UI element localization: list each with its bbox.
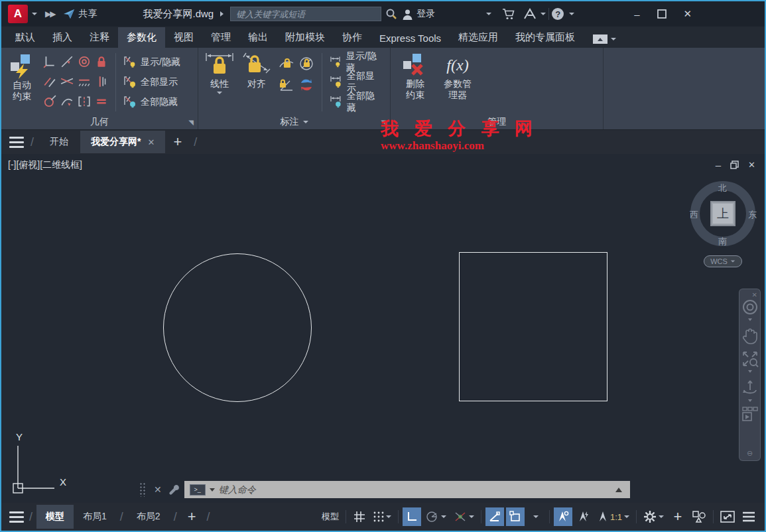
search-icon[interactable] xyxy=(385,8,397,20)
navbar-caret-icon[interactable] xyxy=(748,399,752,402)
grid-toggle-button[interactable] xyxy=(350,507,369,526)
viewcube-north[interactable]: 北 xyxy=(718,182,727,194)
annotation-scale-button[interactable]: 1:1 xyxy=(595,507,632,526)
tab-output[interactable]: 输出 xyxy=(239,27,277,48)
tab-view[interactable]: 视图 xyxy=(165,27,202,48)
layout-tab-layout1[interactable]: 布局1 xyxy=(74,505,116,529)
clean-screen-button[interactable] xyxy=(718,507,737,526)
command-expand-icon[interactable] xyxy=(615,488,622,492)
command-input-area[interactable]: >_ xyxy=(184,481,630,498)
viewcube-west[interactable]: 西 xyxy=(690,209,698,221)
navbar-caret-icon[interactable] xyxy=(748,318,752,321)
tab-default[interactable]: 默认 xyxy=(7,27,44,48)
concentric-constraint-icon[interactable] xyxy=(78,55,91,68)
wcs-dropdown[interactable]: WCS xyxy=(704,255,742,267)
ribbon-collapse-button[interactable] xyxy=(593,34,616,44)
customization-button[interactable] xyxy=(739,507,758,526)
convert-dim-icon[interactable] xyxy=(298,78,314,92)
diameter-dim-constraint-icon[interactable] xyxy=(298,56,314,71)
minimize-button[interactable]: – xyxy=(634,9,639,20)
isolate-objects-button[interactable] xyxy=(689,507,709,526)
drawing-close-button[interactable]: ✕ xyxy=(748,160,755,170)
radius-dim-constraint-icon[interactable] xyxy=(279,56,294,71)
dimension-show-hide-button[interactable]: 显示/隐藏 xyxy=(328,53,386,71)
geometry-dialog-launcher-icon[interactable]: ◥ xyxy=(188,119,194,126)
perpendicular-constraint-icon[interactable] xyxy=(43,55,56,68)
new-layout-button[interactable]: + xyxy=(181,508,203,525)
tab-manage[interactable]: 管理 xyxy=(202,27,239,48)
zoom-extents-icon[interactable] xyxy=(741,350,759,367)
autodesk-caret-icon[interactable] xyxy=(541,13,546,15)
geometry-show-all-button[interactable]: 全部显示 xyxy=(121,73,183,91)
horizontal-constraint-icon[interactable] xyxy=(78,75,91,88)
parameter-manager-button[interactable]: f(x) 参数管理器 xyxy=(438,50,477,114)
file-tab-start[interactable]: 开始 xyxy=(39,131,79,153)
tab-parametric[interactable]: 参数化 xyxy=(118,27,165,48)
navigation-wheel-icon[interactable] xyxy=(741,299,759,316)
login-caret-icon[interactable] xyxy=(486,13,491,15)
parallel-constraint-icon[interactable] xyxy=(43,75,56,88)
viewcube-east[interactable]: 东 xyxy=(748,209,757,221)
customize-wrench-icon[interactable] xyxy=(168,484,180,496)
navbar-caret-icon[interactable] xyxy=(748,370,752,373)
tab-express-tools[interactable]: Express Tools xyxy=(371,29,450,48)
tab-featured-apps[interactable]: 精选应用 xyxy=(450,27,507,48)
close-button[interactable]: ✕ xyxy=(684,8,692,20)
ortho-toggle-button[interactable] xyxy=(403,507,421,526)
settings-button[interactable] xyxy=(641,507,667,526)
symmetric-constraint-icon[interactable] xyxy=(78,95,91,108)
annotation-visibility-button[interactable] xyxy=(554,507,572,526)
share-button[interactable]: 共享 xyxy=(58,5,101,23)
command-close-icon[interactable]: ✕ xyxy=(150,484,166,495)
ucs-icon[interactable]: Y X xyxy=(7,430,81,496)
file-tab-close-icon[interactable]: ✕ xyxy=(147,137,155,147)
delete-constraint-button[interactable]: 删除约束 xyxy=(399,50,432,114)
polar-tracking-button[interactable] xyxy=(423,507,449,526)
autoscale-button[interactable] xyxy=(574,507,593,526)
smooth-constraint-icon[interactable] xyxy=(60,95,74,108)
dimension-panel-label[interactable]: 标注 ◥ xyxy=(198,114,390,129)
command-input[interactable] xyxy=(219,484,611,495)
collinear-constraint-icon[interactable] xyxy=(60,75,74,88)
coincident-constraint-icon[interactable] xyxy=(43,95,56,108)
file-tab-active-doc[interactable]: 我爱分享网* ✕ xyxy=(80,131,165,153)
tangent-constraint-icon[interactable] xyxy=(60,55,74,68)
auto-constrain-button[interactable]: 自动约束 xyxy=(5,50,38,114)
tab-insert[interactable]: 插入 xyxy=(44,27,81,48)
help-button[interactable]: ? xyxy=(552,8,564,20)
showmotion-icon[interactable] xyxy=(741,406,759,422)
tab-collaborate[interactable]: 协作 xyxy=(334,27,371,48)
dimension-hide-all-button[interactable]: 全部隐藏 xyxy=(328,93,386,111)
navbar-minimize-icon[interactable]: ⊖ xyxy=(747,449,753,458)
geometry-hide-all-button[interactable]: 全部隐藏 xyxy=(121,93,183,111)
drawn-circle[interactable] xyxy=(163,253,312,402)
autodesk-logo-icon[interactable] xyxy=(523,8,537,20)
viewport-controls-label[interactable]: [-][俯视][二维线框] xyxy=(8,159,82,171)
maximize-button[interactable] xyxy=(657,9,667,19)
command-history-caret-icon[interactable] xyxy=(210,488,215,492)
app-menu-caret-icon[interactable] xyxy=(32,13,37,15)
file-tabs-menu-button[interactable] xyxy=(8,137,25,148)
pan-hand-icon[interactable] xyxy=(742,328,758,345)
tab-custom-panel[interactable]: 我的专属面板 xyxy=(507,27,584,48)
new-drawing-button[interactable]: + xyxy=(166,133,188,151)
vertical-constraint-icon[interactable] xyxy=(95,75,108,88)
navbar-close-icon[interactable]: ✕ xyxy=(752,292,757,299)
search-input[interactable] xyxy=(230,7,381,21)
tab-addins[interactable]: 附加模块 xyxy=(277,27,334,48)
add-toggle-button[interactable]: + xyxy=(669,507,687,526)
osnap-toggle-button[interactable] xyxy=(485,507,504,526)
dimension-show-all-button[interactable]: 全部显示 xyxy=(328,73,386,91)
osnap-tracking-button[interactable] xyxy=(451,507,477,526)
aligned-dimension-button[interactable]: 对齐 xyxy=(239,50,274,114)
tab-annotate[interactable]: 注释 xyxy=(81,27,118,48)
fix-constraint-icon[interactable] xyxy=(95,55,108,68)
command-prompt-icon[interactable]: >_ xyxy=(190,484,206,496)
viewcube-top-face[interactable]: 上 xyxy=(710,201,735,226)
dimension-dialog-launcher-icon[interactable]: ◥ xyxy=(381,119,386,126)
geometry-show-hide-button[interactable]: 显示/隐藏 xyxy=(121,53,183,71)
login-button[interactable]: 登录 xyxy=(397,5,440,23)
linear-dimension-button[interactable]: 线性 xyxy=(202,50,237,114)
geometry-panel-label[interactable]: 几何 ◥ xyxy=(1,114,198,129)
app-menu-button[interactable]: A xyxy=(8,5,28,23)
